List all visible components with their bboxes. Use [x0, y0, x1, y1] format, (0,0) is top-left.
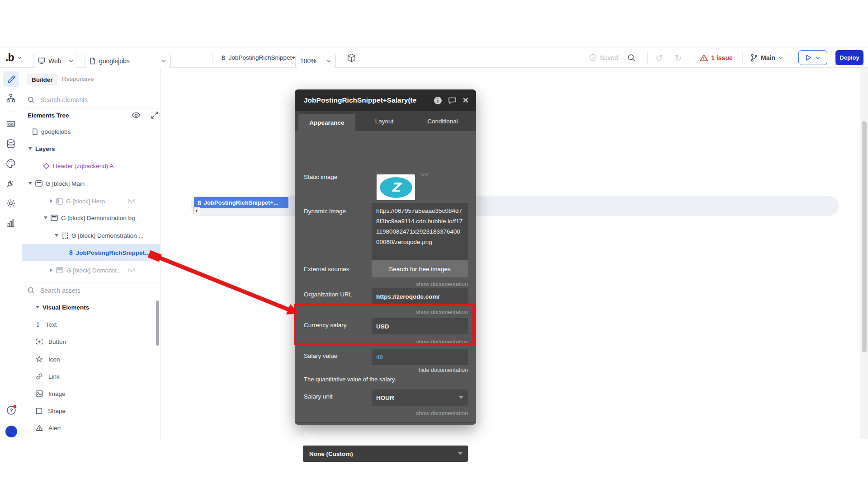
eye-icon[interactable] [132, 112, 141, 119]
bubble-logo-text: .b [5, 52, 14, 64]
organization-url-input[interactable]: https://zeroqode.com/ [372, 288, 468, 305]
search-elements-input[interactable] [39, 96, 132, 104]
branch-label: Main [761, 54, 775, 61]
check-circle-icon [589, 54, 597, 61]
info-icon[interactable] [434, 96, 442, 105]
tree-item-jobposting-selected[interactable]: 8 JobPostingRichSnippet... [22, 244, 160, 261]
popup-header[interactable]: JobPostingRichSnippet+Salary(te ✕ [295, 89, 476, 111]
deploy-button[interactable]: Deploy [835, 50, 863, 65]
salary-value-input[interactable]: 40 [372, 349, 468, 365]
search-assets-input[interactable] [39, 286, 132, 295]
palette-item-link[interactable]: Link [22, 368, 160, 385]
components-tab[interactable] [5, 118, 16, 129]
dynamic-image-input[interactable]: https://067957a5eaae35c084d78f3bc9aa9114… [372, 203, 468, 260]
salary-unit-select[interactable]: HOUR [372, 389, 468, 406]
currency-salary-label: Currency salary [304, 322, 347, 328]
issues-button[interactable]: 1 issue [700, 47, 732, 68]
selected-element-badge[interactable]: 8 JobPostingRichSnippet+... [194, 197, 288, 208]
visual-elements-header[interactable]: Visual Elements [22, 299, 160, 316]
editor-canvas[interactable]: 8 JobPostingRichSnippet+... r [161, 68, 868, 439]
workflow-tab[interactable] [5, 93, 16, 104]
palette-item-image[interactable]: Image [22, 385, 160, 402]
chevron-down-icon [161, 60, 166, 62]
tab-conditional[interactable]: Conditional [418, 111, 467, 131]
chevron-down-icon [17, 56, 22, 59]
panel-tab-bar: Builder Responsive [22, 68, 160, 91]
tree-item-label: Header (zqbackend) A [53, 163, 113, 169]
tree-item-block-hero[interactable]: G [block] Hero [22, 192, 160, 210]
database-tab[interactable] [5, 138, 16, 149]
palette-item-text[interactable]: T Text [22, 316, 160, 333]
tree-item-demonstration-group[interactable]: G [block] Demonstration ... [22, 227, 160, 244]
expand-tree-icon[interactable] [151, 111, 159, 119]
styles-tab[interactable] [5, 158, 16, 169]
undo-button[interactable]: ↺ [656, 47, 663, 68]
panel-scrollbar-thumb[interactable] [156, 300, 159, 346]
issues-count-label: 1 issue [711, 54, 732, 61]
currency-salary-input[interactable]: USD [372, 318, 468, 334]
tree-item-label: Layers [35, 145, 55, 152]
redo-icon: ↻ [675, 53, 682, 63]
style-value: None (Custom) [309, 450, 353, 457]
canvas-scrollbar-track[interactable] [860, 68, 868, 439]
logs-tab[interactable] [5, 218, 16, 229]
hide-documentation-link[interactable]: hide documentation [363, 367, 468, 373]
search-free-images-button[interactable]: Search for free images [372, 260, 468, 277]
tree-item-block-demonst[interactable]: G [block] Demonst... [22, 262, 160, 279]
palette-item-button[interactable]: Button [22, 333, 160, 350]
help-button[interactable]: ? [6, 405, 17, 416]
page-label: googlejobs [99, 57, 130, 65]
search-elements-box[interactable] [22, 91, 160, 108]
caret-right-icon [50, 199, 53, 203]
elements-panel: Builder Responsive Elements Tree googlej… [22, 68, 160, 439]
chevron-down-icon [326, 60, 331, 62]
caret-down-icon [28, 147, 32, 150]
tab-responsive[interactable]: Responsive [62, 75, 94, 82]
account-avatar[interactable] [5, 426, 17, 437]
branch-selector[interactable]: Main [750, 47, 783, 68]
palette-item-alert[interactable]: Alert [22, 419, 160, 436]
tree-item-demonstration-bg[interactable]: G [block] Demonstration bg [22, 209, 160, 226]
monitor-icon [38, 57, 45, 64]
warning-triangle-icon [700, 54, 708, 61]
tab-builder[interactable]: Builder [27, 74, 57, 85]
palette-item-shape[interactable]: Shape [22, 402, 160, 419]
popup-scrollbar-thumb[interactable] [473, 309, 475, 345]
redo-button[interactable]: ↻ [675, 47, 682, 68]
tree-item-header-reusable[interactable]: Header (zqbackend) A [22, 157, 160, 174]
device-label: Web [48, 57, 61, 65]
search-assets-box[interactable] [22, 282, 160, 299]
bubble-logo[interactable]: .b [5, 47, 22, 68]
search-button[interactable] [627, 47, 636, 68]
close-icon[interactable]: ✕ [462, 96, 469, 105]
static-image-thumbnail[interactable]: Z [377, 174, 415, 200]
tree-item-layers[interactable]: Layers [22, 140, 160, 157]
palette-item-icon[interactable]: Icon [22, 351, 160, 368]
element-warning-badge: r [193, 207, 200, 214]
tab-layout[interactable]: Layout [366, 111, 402, 131]
divider [647, 52, 648, 64]
svg-text:?: ? [10, 408, 13, 413]
plugin-icon: 8 [222, 54, 225, 61]
plugins-tab[interactable] [5, 178, 16, 189]
tree-item-block-main[interactable]: G [block] Main [22, 175, 160, 192]
comment-icon[interactable] [448, 97, 457, 104]
preview-button[interactable] [798, 50, 827, 65]
page-icon [32, 128, 38, 135]
caret-down-icon [55, 234, 58, 237]
style-select[interactable]: None (Custom) [303, 446, 468, 462]
component-cube-button[interactable] [347, 47, 356, 68]
divider [5, 112, 17, 112]
show-documentation-link[interactable]: show documentation [363, 309, 468, 315]
show-documentation-link[interactable]: show documentation [363, 281, 468, 287]
design-tab-active[interactable] [3, 71, 19, 87]
show-documentation-link[interactable]: show documentation [363, 410, 468, 417]
canvas-scrollbar-thumb[interactable] [862, 121, 867, 352]
settings-tab[interactable] [5, 198, 16, 209]
tree-item-googlejobs[interactable]: googlejobs [22, 123, 160, 140]
show-documentation-link[interactable]: show documentation [363, 339, 468, 345]
divider [295, 422, 476, 423]
chevron-down-icon [69, 60, 73, 62]
popup-body: see Static image Z Dynamic image https:/… [295, 131, 476, 425]
tab-appearance[interactable]: Appearance [298, 114, 355, 131]
